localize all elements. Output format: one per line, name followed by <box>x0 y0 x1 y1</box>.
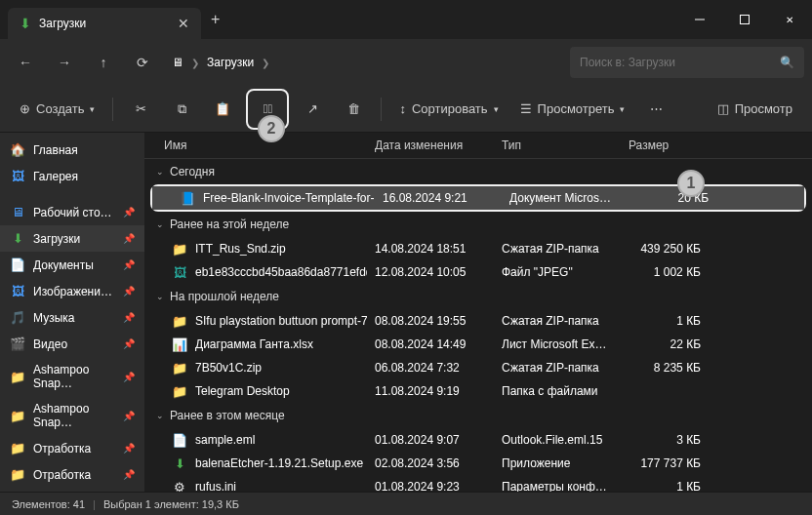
sidebar-label: Главная <box>33 143 78 157</box>
cut-button[interactable]: ✂ <box>123 93 158 126</box>
maximize-button[interactable] <box>722 0 767 39</box>
file-row[interactable]: 📁7B50v1C.zip06.08.2024 7:32Сжатая ZIP-па… <box>144 356 812 379</box>
sidebar-label: Музыка <box>33 311 74 325</box>
sidebar-item[interactable]: 🎵Музыка📌 <box>0 304 144 331</box>
close-tab-icon[interactable]: ✕ <box>178 16 189 31</box>
breadcrumb[interactable]: 🖥 ❯ Загрузки ❯ <box>164 47 566 78</box>
more-icon: ⋯ <box>650 101 663 116</box>
pin-icon: 📌 <box>123 312 135 323</box>
file-row[interactable]: 📁ITT_Rus_Snd.zip14.08.2024 18:51Сжатая Z… <box>144 237 812 260</box>
sidebar-label: Галерея <box>33 170 78 183</box>
sidebar-item[interactable]: 🖥Рабочий сто…📌 <box>0 199 144 225</box>
download-icon: ⬇ <box>20 16 31 31</box>
group-header[interactable]: ⌄Сегодня <box>144 159 812 184</box>
sidebar-icon: 📁 <box>10 409 25 423</box>
file-row[interactable]: ⬇balenaEtcher-1.19.21.Setup.exe02.08.202… <box>144 452 812 475</box>
search-input[interactable] <box>580 56 772 69</box>
share-button[interactable]: ↗ <box>295 93 330 126</box>
file-row[interactable]: 📘Free-Blank-Invoice-Template-for-Micros…… <box>152 186 804 210</box>
file-size: 3 КБ <box>621 433 709 447</box>
file-size: 1 002 КБ <box>621 265 709 279</box>
file-row[interactable]: 📄sample.eml01.08.2024 9:07Outlook.File.e… <box>144 428 812 452</box>
sidebar-item[interactable]: 📁Ashampoo Snap…📌 <box>0 357 144 396</box>
file-date: 16.08.2024 9:21 <box>375 191 502 205</box>
file-size: 177 737 КБ <box>621 456 709 470</box>
file-name: Free-Blank-Invoice-Template-for-Micros… <box>203 191 375 205</box>
chevron-down-icon: ▾ <box>494 104 499 114</box>
col-size[interactable]: Размер <box>621 139 709 152</box>
sidebar: 🏠Главная🖼Галерея🖥Рабочий сто…📌⬇Загрузки📌… <box>0 133 144 492</box>
group-header[interactable]: ⌄Ранее на этой неделе <box>144 212 812 237</box>
file-row[interactable]: 📁SIfu playstation buttuon prompt-799-v1-… <box>144 309 812 333</box>
up-button[interactable]: ↑ <box>86 45 121 80</box>
col-date[interactable]: Дата изменения <box>367 139 494 152</box>
sidebar-item[interactable]: 🎬Видео📌 <box>0 331 144 357</box>
group-header[interactable]: ⌄Ранее в этом месяце <box>144 403 812 428</box>
file-size: 1 КБ <box>621 314 709 328</box>
sidebar-item[interactable]: ⬇Загрузки📌 <box>0 225 144 252</box>
sidebar-icon: 🖼 <box>10 169 25 183</box>
file-row[interactable]: 📁Telegram Desktop11.08.2024 9:19Папка с … <box>144 379 812 403</box>
preview-pane-button[interactable]: ◫ Просмотр <box>710 93 800 126</box>
sidebar-icon: 🖥 <box>10 205 25 219</box>
file-icon: 📄 <box>172 432 187 448</box>
file-type: Приложение <box>494 456 621 470</box>
close-window-button[interactable]: ✕ <box>767 0 812 39</box>
chevron-down-icon: ⌄ <box>156 219 164 229</box>
col-type[interactable]: Тип <box>494 139 621 152</box>
search-icon[interactable]: 🔍 <box>780 56 794 69</box>
sidebar-item[interactable]: 🖼Изображени…📌 <box>0 278 144 304</box>
paste-button[interactable]: 📋 <box>205 93 240 126</box>
more-button[interactable]: ⋯ <box>638 93 673 126</box>
file-row[interactable]: 🖼eb1e83cccbd45baa86da8771efdd7197-tra…12… <box>144 260 812 284</box>
forward-button[interactable]: → <box>47 45 82 80</box>
pin-icon: 📌 <box>123 286 135 297</box>
sidebar-icon: 📄 <box>10 258 25 272</box>
group-label: Сегодня <box>170 165 215 178</box>
file-type: Сжатая ZIP-папка <box>494 314 621 328</box>
view-button[interactable]: ☰ Просмотреть ▾ <box>512 93 633 126</box>
group-header[interactable]: ⌄На прошлой неделе <box>144 284 812 309</box>
file-name: balenaEtcher-1.19.21.Setup.exe <box>195 456 363 470</box>
file-date: 01.08.2024 9:07 <box>367 433 494 447</box>
sidebar-item[interactable]: 📄Документы📌 <box>0 252 144 278</box>
delete-button[interactable]: 🗑 <box>336 93 371 126</box>
file-type: Сжатая ZIP-папка <box>494 361 621 375</box>
chevron-right-icon: ❯ <box>262 58 269 68</box>
sidebar-item[interactable]: 📁Отработка📌 <box>0 435 144 461</box>
file-date: 08.08.2024 19:55 <box>367 314 494 328</box>
pin-icon: 📌 <box>123 259 135 270</box>
window-tab[interactable]: ⬇ Загрузки ✕ <box>8 8 201 39</box>
group-label: Ранее на этой неделе <box>170 218 289 231</box>
add-tab-button[interactable]: + <box>211 11 220 28</box>
sort-button[interactable]: ↕ Сортировать ▾ <box>391 93 506 126</box>
file-list: Имя Дата изменения Тип Размер ⌄Сегодня📘F… <box>144 133 812 492</box>
pin-icon: 📌 <box>123 233 135 244</box>
file-icon: ⚙ <box>172 479 187 492</box>
sidebar-item[interactable]: 🏠Главная <box>0 137 144 163</box>
copy-button[interactable]: ⧉ <box>164 93 199 126</box>
file-icon: 📁 <box>172 360 187 376</box>
scissors-icon: ✂ <box>136 101 146 116</box>
refresh-button[interactable]: ⟳ <box>125 45 160 80</box>
file-row[interactable]: ⚙rufus.ini01.08.2024 9:23Параметры конф…… <box>144 475 812 492</box>
chevron-down-icon: ⌄ <box>156 167 164 177</box>
col-name[interactable]: Имя <box>144 139 367 152</box>
chevron-down-icon: ⌄ <box>156 292 164 301</box>
search-box[interactable]: 🔍 <box>570 47 804 78</box>
create-button[interactable]: ⊕ Создать ▾ <box>12 93 102 126</box>
sidebar-item[interactable]: 📁Отработка📌 <box>0 461 144 488</box>
minimize-button[interactable] <box>677 0 722 39</box>
sidebar-icon: 🎬 <box>10 337 25 351</box>
back-button[interactable]: ← <box>8 45 43 80</box>
breadcrumb-item[interactable]: Загрузки <box>207 56 254 69</box>
copy-icon: ⧉ <box>178 101 186 117</box>
sidebar-item[interactable]: 📁Ashampoo Snap…📌 <box>0 396 144 435</box>
plus-circle-icon: ⊕ <box>20 101 30 116</box>
selection-info: Выбран 1 элемент: 19,3 КБ <box>103 498 239 510</box>
file-date: 12.08.2024 10:05 <box>367 265 494 279</box>
file-type: Outlook.File.eml.15 <box>494 433 621 447</box>
sort-icon: ↕ <box>399 101 406 116</box>
sidebar-item[interactable]: 🖼Галерея <box>0 163 144 189</box>
file-row[interactable]: 📊Диаграмма Ганта.xlsx08.08.2024 14:49Лис… <box>144 333 812 356</box>
